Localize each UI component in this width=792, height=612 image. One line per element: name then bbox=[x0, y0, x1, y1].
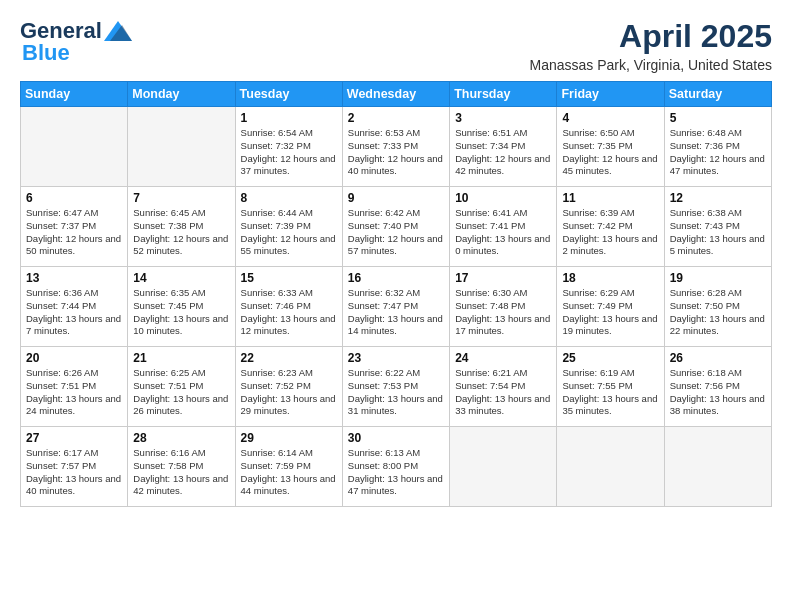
header: General Blue April 2025 Manassas Park, V… bbox=[20, 18, 772, 73]
calendar-cell: 19Sunrise: 6:28 AM Sunset: 7:50 PM Dayli… bbox=[664, 267, 771, 347]
day-header-saturday: Saturday bbox=[664, 82, 771, 107]
day-info: Sunrise: 6:25 AM Sunset: 7:51 PM Dayligh… bbox=[133, 367, 229, 418]
day-number: 22 bbox=[241, 351, 337, 365]
day-info: Sunrise: 6:42 AM Sunset: 7:40 PM Dayligh… bbox=[348, 207, 444, 258]
day-info: Sunrise: 6:14 AM Sunset: 7:59 PM Dayligh… bbox=[241, 447, 337, 498]
day-number: 26 bbox=[670, 351, 766, 365]
day-info: Sunrise: 6:36 AM Sunset: 7:44 PM Dayligh… bbox=[26, 287, 122, 338]
day-number: 25 bbox=[562, 351, 658, 365]
calendar-cell: 5Sunrise: 6:48 AM Sunset: 7:36 PM Daylig… bbox=[664, 107, 771, 187]
calendar-cell: 25Sunrise: 6:19 AM Sunset: 7:55 PM Dayli… bbox=[557, 347, 664, 427]
day-info: Sunrise: 6:53 AM Sunset: 7:33 PM Dayligh… bbox=[348, 127, 444, 178]
calendar-cell: 15Sunrise: 6:33 AM Sunset: 7:46 PM Dayli… bbox=[235, 267, 342, 347]
day-info: Sunrise: 6:35 AM Sunset: 7:45 PM Dayligh… bbox=[133, 287, 229, 338]
day-number: 2 bbox=[348, 111, 444, 125]
day-number: 10 bbox=[455, 191, 551, 205]
calendar-cell: 28Sunrise: 6:16 AM Sunset: 7:58 PM Dayli… bbox=[128, 427, 235, 507]
day-number: 23 bbox=[348, 351, 444, 365]
calendar-cell: 13Sunrise: 6:36 AM Sunset: 7:44 PM Dayli… bbox=[21, 267, 128, 347]
day-number: 13 bbox=[26, 271, 122, 285]
calendar-cell: 2Sunrise: 6:53 AM Sunset: 7:33 PM Daylig… bbox=[342, 107, 449, 187]
calendar-cell: 21Sunrise: 6:25 AM Sunset: 7:51 PM Dayli… bbox=[128, 347, 235, 427]
day-number: 27 bbox=[26, 431, 122, 445]
day-number: 4 bbox=[562, 111, 658, 125]
calendar-cell: 27Sunrise: 6:17 AM Sunset: 7:57 PM Dayli… bbox=[21, 427, 128, 507]
day-number: 3 bbox=[455, 111, 551, 125]
day-number: 12 bbox=[670, 191, 766, 205]
calendar-cell: 30Sunrise: 6:13 AM Sunset: 8:00 PM Dayli… bbox=[342, 427, 449, 507]
calendar-cell: 20Sunrise: 6:26 AM Sunset: 7:51 PM Dayli… bbox=[21, 347, 128, 427]
day-number: 14 bbox=[133, 271, 229, 285]
calendar-header-row: SundayMondayTuesdayWednesdayThursdayFrid… bbox=[21, 82, 772, 107]
day-header-tuesday: Tuesday bbox=[235, 82, 342, 107]
calendar-cell bbox=[557, 427, 664, 507]
day-info: Sunrise: 6:51 AM Sunset: 7:34 PM Dayligh… bbox=[455, 127, 551, 178]
calendar-cell: 1Sunrise: 6:54 AM Sunset: 7:32 PM Daylig… bbox=[235, 107, 342, 187]
day-number: 9 bbox=[348, 191, 444, 205]
calendar-cell: 24Sunrise: 6:21 AM Sunset: 7:54 PM Dayli… bbox=[450, 347, 557, 427]
calendar-cell: 3Sunrise: 6:51 AM Sunset: 7:34 PM Daylig… bbox=[450, 107, 557, 187]
day-info: Sunrise: 6:45 AM Sunset: 7:38 PM Dayligh… bbox=[133, 207, 229, 258]
day-number: 20 bbox=[26, 351, 122, 365]
calendar-cell: 9Sunrise: 6:42 AM Sunset: 7:40 PM Daylig… bbox=[342, 187, 449, 267]
logo-icon bbox=[104, 21, 132, 41]
day-info: Sunrise: 6:28 AM Sunset: 7:50 PM Dayligh… bbox=[670, 287, 766, 338]
day-info: Sunrise: 6:23 AM Sunset: 7:52 PM Dayligh… bbox=[241, 367, 337, 418]
title-block: April 2025 Manassas Park, Virginia, Unit… bbox=[529, 18, 772, 73]
calendar-cell: 6Sunrise: 6:47 AM Sunset: 7:37 PM Daylig… bbox=[21, 187, 128, 267]
calendar-table: SundayMondayTuesdayWednesdayThursdayFrid… bbox=[20, 81, 772, 507]
calendar-cell bbox=[450, 427, 557, 507]
day-info: Sunrise: 6:26 AM Sunset: 7:51 PM Dayligh… bbox=[26, 367, 122, 418]
day-number: 17 bbox=[455, 271, 551, 285]
calendar-title: April 2025 bbox=[529, 18, 772, 55]
day-info: Sunrise: 6:39 AM Sunset: 7:42 PM Dayligh… bbox=[562, 207, 658, 258]
day-info: Sunrise: 6:50 AM Sunset: 7:35 PM Dayligh… bbox=[562, 127, 658, 178]
calendar-cell: 7Sunrise: 6:45 AM Sunset: 7:38 PM Daylig… bbox=[128, 187, 235, 267]
calendar-cell: 12Sunrise: 6:38 AM Sunset: 7:43 PM Dayli… bbox=[664, 187, 771, 267]
day-number: 7 bbox=[133, 191, 229, 205]
day-number: 18 bbox=[562, 271, 658, 285]
day-number: 8 bbox=[241, 191, 337, 205]
day-info: Sunrise: 6:41 AM Sunset: 7:41 PM Dayligh… bbox=[455, 207, 551, 258]
page: General Blue April 2025 Manassas Park, V… bbox=[0, 0, 792, 612]
day-number: 1 bbox=[241, 111, 337, 125]
calendar-cell: 23Sunrise: 6:22 AM Sunset: 7:53 PM Dayli… bbox=[342, 347, 449, 427]
calendar-cell: 11Sunrise: 6:39 AM Sunset: 7:42 PM Dayli… bbox=[557, 187, 664, 267]
calendar-cell bbox=[664, 427, 771, 507]
calendar-week-4: 20Sunrise: 6:26 AM Sunset: 7:51 PM Dayli… bbox=[21, 347, 772, 427]
day-info: Sunrise: 6:38 AM Sunset: 7:43 PM Dayligh… bbox=[670, 207, 766, 258]
day-info: Sunrise: 6:18 AM Sunset: 7:56 PM Dayligh… bbox=[670, 367, 766, 418]
calendar-cell: 10Sunrise: 6:41 AM Sunset: 7:41 PM Dayli… bbox=[450, 187, 557, 267]
day-number: 5 bbox=[670, 111, 766, 125]
day-number: 29 bbox=[241, 431, 337, 445]
calendar-cell: 14Sunrise: 6:35 AM Sunset: 7:45 PM Dayli… bbox=[128, 267, 235, 347]
day-number: 21 bbox=[133, 351, 229, 365]
calendar-week-1: 1Sunrise: 6:54 AM Sunset: 7:32 PM Daylig… bbox=[21, 107, 772, 187]
logo: General Blue bbox=[20, 18, 132, 66]
day-number: 16 bbox=[348, 271, 444, 285]
day-number: 15 bbox=[241, 271, 337, 285]
day-info: Sunrise: 6:17 AM Sunset: 7:57 PM Dayligh… bbox=[26, 447, 122, 498]
calendar-cell: 8Sunrise: 6:44 AM Sunset: 7:39 PM Daylig… bbox=[235, 187, 342, 267]
day-info: Sunrise: 6:29 AM Sunset: 7:49 PM Dayligh… bbox=[562, 287, 658, 338]
day-header-sunday: Sunday bbox=[21, 82, 128, 107]
day-header-monday: Monday bbox=[128, 82, 235, 107]
calendar-week-2: 6Sunrise: 6:47 AM Sunset: 7:37 PM Daylig… bbox=[21, 187, 772, 267]
calendar-week-3: 13Sunrise: 6:36 AM Sunset: 7:44 PM Dayli… bbox=[21, 267, 772, 347]
calendar-subtitle: Manassas Park, Virginia, United States bbox=[529, 57, 772, 73]
day-number: 30 bbox=[348, 431, 444, 445]
calendar-cell: 26Sunrise: 6:18 AM Sunset: 7:56 PM Dayli… bbox=[664, 347, 771, 427]
calendar-cell: 22Sunrise: 6:23 AM Sunset: 7:52 PM Dayli… bbox=[235, 347, 342, 427]
day-info: Sunrise: 6:30 AM Sunset: 7:48 PM Dayligh… bbox=[455, 287, 551, 338]
day-info: Sunrise: 6:19 AM Sunset: 7:55 PM Dayligh… bbox=[562, 367, 658, 418]
day-info: Sunrise: 6:13 AM Sunset: 8:00 PM Dayligh… bbox=[348, 447, 444, 498]
day-number: 24 bbox=[455, 351, 551, 365]
day-header-friday: Friday bbox=[557, 82, 664, 107]
calendar-cell: 29Sunrise: 6:14 AM Sunset: 7:59 PM Dayli… bbox=[235, 427, 342, 507]
day-info: Sunrise: 6:33 AM Sunset: 7:46 PM Dayligh… bbox=[241, 287, 337, 338]
day-info: Sunrise: 6:22 AM Sunset: 7:53 PM Dayligh… bbox=[348, 367, 444, 418]
day-info: Sunrise: 6:32 AM Sunset: 7:47 PM Dayligh… bbox=[348, 287, 444, 338]
logo-blue-text: Blue bbox=[22, 40, 70, 66]
calendar-cell: 18Sunrise: 6:29 AM Sunset: 7:49 PM Dayli… bbox=[557, 267, 664, 347]
day-info: Sunrise: 6:44 AM Sunset: 7:39 PM Dayligh… bbox=[241, 207, 337, 258]
